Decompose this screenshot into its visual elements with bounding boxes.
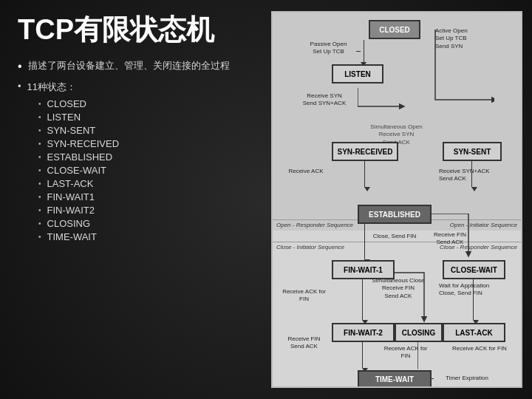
closing-box: CLOSING bbox=[395, 323, 443, 342]
states-section: • 11种状态： •CLOSED •LISTEN •SYN-SENT •SYN-… bbox=[18, 81, 248, 242]
tcp-diagram: CLOSED Passive OpenSet Up TCB LISTEN Act… bbox=[271, 11, 522, 388]
page-title: TCP有限状态机 bbox=[18, 15, 248, 46]
state-name: CLOSED bbox=[47, 98, 86, 109]
closed-box: CLOSED bbox=[369, 20, 420, 39]
wait-app-close-label: Wait for ApplicationClose, Send FIN bbox=[439, 282, 505, 298]
list-item: •ESTABLISHED bbox=[38, 151, 248, 163]
state-name: LISTEN bbox=[47, 112, 81, 123]
list-item: •TIME-WAIT bbox=[38, 231, 248, 242]
list-item: •LISTEN bbox=[38, 112, 248, 123]
bullet-description: • 描述了两台设备建立、管理、关闭连接的全过程 bbox=[18, 59, 248, 73]
state-name: SYN-RECEIVED bbox=[47, 138, 120, 149]
timer-expiration-label: Timer Expiration bbox=[434, 375, 500, 382]
list-item: •LAST-ACK bbox=[38, 178, 248, 189]
states-label-text: 11种状态： bbox=[27, 81, 76, 94]
list-item: •CLOSE-WAIT bbox=[38, 165, 248, 176]
description-text: 描述了两台设备建立、管理、关闭连接的全过程 bbox=[28, 59, 230, 72]
open-responder-label: Open - Responder Sequence bbox=[276, 222, 353, 228]
close-initiator-label: Close - Initiator Sequence bbox=[276, 244, 344, 250]
states-bullet-dot: • bbox=[18, 81, 21, 92]
syn-received-box: SYN-RECEIVED bbox=[332, 142, 398, 161]
list-item: •SYN-SENT bbox=[38, 125, 248, 136]
rcv-ack-for-fin-label: Receive ACK for FIN bbox=[280, 288, 328, 304]
state-name: FIN-WAIT1 bbox=[47, 191, 95, 202]
state-name: CLOSING bbox=[47, 218, 91, 229]
left-panel: TCP有限状态机 • 描述了两台设备建立、管理、关闭连接的全过程 • 11种状态… bbox=[0, 0, 266, 399]
established-box: ESTABLISHED bbox=[358, 205, 432, 224]
bullet-dot: • bbox=[18, 59, 22, 73]
list-item: •FIN-WAIT2 bbox=[38, 205, 248, 216]
states-label-row: • 11种状态： bbox=[18, 81, 248, 94]
rcv-syn-label: Receive SYNSend SYN+ACK bbox=[295, 92, 354, 108]
close-send-fin-label: Close, Send FIN bbox=[369, 233, 420, 240]
list-item: •FIN-WAIT1 bbox=[38, 191, 248, 202]
syn-sent-box: SYN-SENT bbox=[443, 142, 502, 161]
right-panel: CLOSED Passive OpenSet Up TCB LISTEN Act… bbox=[266, 0, 532, 399]
listen-box: LISTEN bbox=[332, 64, 383, 83]
state-name: LAST-ACK bbox=[47, 178, 94, 189]
state-name: FIN-WAIT2 bbox=[47, 205, 95, 216]
list-item: •CLOSED bbox=[38, 98, 248, 109]
last-ack-box: LAST-ACK bbox=[443, 323, 505, 342]
fin-wait-2-box: FIN-WAIT-2 bbox=[332, 323, 395, 342]
state-name: CLOSE-WAIT bbox=[47, 165, 106, 176]
rcv-fin-send-ack2-label: Receive FINSend ACK bbox=[280, 335, 328, 351]
time-wait-box: TIME-WAIT bbox=[358, 370, 432, 388]
list-item: •SYN-RECEIVED bbox=[38, 138, 248, 149]
state-name: SYN-SENT bbox=[47, 125, 96, 136]
list-item: •CLOSING bbox=[38, 218, 248, 229]
state-name: TIME-WAIT bbox=[47, 231, 97, 242]
rcv-ack-label: Receive ACK bbox=[280, 168, 332, 175]
state-name: ESTABLISHED bbox=[47, 151, 113, 163]
passive-open-label: Passive OpenSet Up TCB bbox=[301, 41, 356, 56]
states-list: •CLOSED •LISTEN •SYN-SENT •SYN-RECEIVED … bbox=[38, 98, 248, 242]
